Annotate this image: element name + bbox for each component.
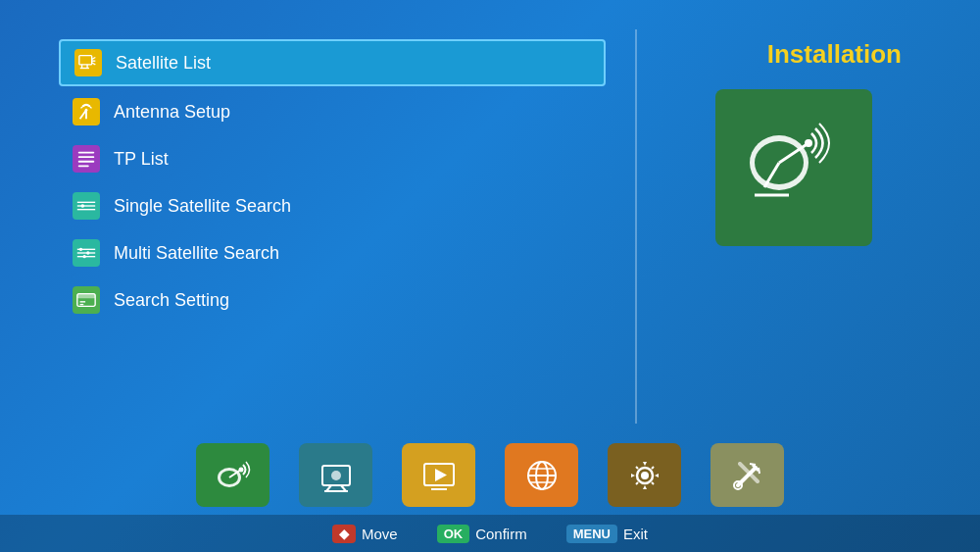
panel-divider bbox=[635, 29, 637, 424]
exit-label: Exit bbox=[623, 526, 648, 542]
menu-label-tp-list: TP List bbox=[114, 149, 169, 170]
footer-move: ◆ Move bbox=[332, 525, 398, 543]
menu-label-multi-satellite-search: Multi Satellite Search bbox=[114, 243, 279, 264]
svg-line-8 bbox=[80, 110, 86, 119]
single-sat-icon bbox=[73, 192, 100, 220]
multi-sat-icon bbox=[73, 239, 100, 267]
svg-rect-10 bbox=[78, 152, 95, 154]
svg-point-21 bbox=[79, 248, 82, 251]
menu-badge: MENU bbox=[566, 525, 617, 543]
svg-point-39 bbox=[331, 471, 341, 480]
satellite-list-icon bbox=[74, 49, 102, 76]
svg-point-9 bbox=[85, 109, 88, 112]
svg-rect-0 bbox=[79, 56, 92, 65]
svg-line-58 bbox=[759, 468, 760, 474]
antenna-icon bbox=[73, 98, 100, 125]
footer-exit: MENU Exit bbox=[566, 525, 648, 543]
svg-rect-25 bbox=[77, 294, 95, 299]
media-button[interactable] bbox=[402, 443, 475, 507]
menu-label-single-satellite-search: Single Satellite Search bbox=[114, 196, 291, 217]
ok-badge: OK bbox=[437, 525, 470, 543]
svg-rect-12 bbox=[78, 161, 95, 163]
internet-button[interactable] bbox=[505, 443, 578, 507]
svg-point-22 bbox=[86, 251, 89, 254]
move-label: Move bbox=[362, 526, 398, 542]
left-panel: Satellite List Antenna Setup bbox=[59, 29, 606, 424]
menu-label-search-setting: Search Setting bbox=[114, 290, 229, 311]
svg-rect-13 bbox=[78, 165, 89, 167]
svg-point-37 bbox=[238, 467, 243, 472]
tp-list-icon bbox=[73, 145, 100, 173]
menu-item-multi-satellite-search[interactable]: Multi Satellite Search bbox=[59, 231, 606, 275]
menu-label-antenna-setup: Antenna Setup bbox=[114, 102, 230, 123]
menu-item-tp-list[interactable]: TP List bbox=[59, 137, 606, 180]
svg-line-57 bbox=[750, 464, 756, 465]
move-badge: ◆ bbox=[332, 525, 356, 543]
settings-button[interactable] bbox=[608, 443, 681, 507]
installation-button[interactable] bbox=[196, 443, 270, 507]
svg-point-53 bbox=[641, 472, 649, 479]
menu-item-search-setting[interactable]: Search Setting bbox=[59, 278, 606, 322]
svg-rect-11 bbox=[78, 156, 95, 158]
menu-item-satellite-list[interactable]: Satellite List bbox=[59, 39, 606, 86]
menu-label-satellite-list: Satellite List bbox=[116, 53, 211, 74]
footer-confirm: OK Confirm bbox=[437, 525, 527, 543]
footer-bar: ◆ Move OK Confirm MENU Exit bbox=[0, 515, 980, 552]
svg-marker-44 bbox=[435, 469, 447, 481]
tools-button[interactable] bbox=[710, 443, 784, 507]
confirm-label: Confirm bbox=[475, 526, 527, 542]
svg-point-31 bbox=[805, 139, 812, 147]
search-setting-icon bbox=[73, 286, 100, 314]
menu-item-antenna-setup[interactable]: Antenna Setup bbox=[59, 90, 606, 133]
svg-point-17 bbox=[81, 204, 85, 208]
section-title: Installation bbox=[767, 39, 902, 70]
main-container: Satellite List Antenna Setup bbox=[0, 0, 980, 552]
content-area: Satellite List Antenna Setup bbox=[0, 0, 980, 433]
svg-point-23 bbox=[83, 255, 86, 258]
channel-button[interactable] bbox=[299, 443, 372, 507]
right-panel: Installation bbox=[666, 29, 921, 424]
satellite-preview-box bbox=[715, 89, 872, 246]
bottom-icons-bar bbox=[0, 433, 980, 515]
menu-item-single-satellite-search[interactable]: Single Satellite Search bbox=[59, 184, 606, 227]
